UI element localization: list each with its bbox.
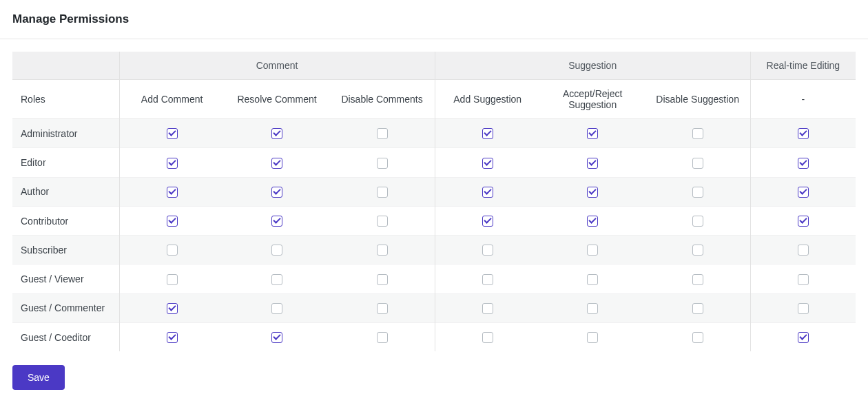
checkbox-add-comment[interactable] — [167, 187, 178, 198]
col-disable-suggestion: Disable Suggestion — [645, 80, 751, 119]
checkbox-disable-suggestion[interactable] — [692, 274, 703, 285]
checkbox-add-comment[interactable] — [167, 332, 178, 343]
checkbox-accept-reject-suggestion[interactable] — [587, 332, 598, 343]
checkbox-realtime-editing[interactable] — [798, 274, 809, 285]
checkbox-accept-reject-suggestion[interactable] — [587, 128, 598, 139]
perm-cell-disable-suggestion — [645, 148, 751, 177]
checkbox-realtime-editing[interactable] — [798, 332, 809, 343]
checkbox-add-comment[interactable] — [167, 158, 178, 169]
checkbox-add-suggestion[interactable] — [482, 187, 493, 198]
checkbox-accept-reject-suggestion[interactable] — [587, 158, 598, 169]
perm-cell-disable-comments — [329, 177, 435, 206]
perm-cell-resolve-comment — [225, 206, 330, 235]
group-header-realtime: Real-time Editing — [750, 52, 856, 80]
checkbox-disable-comments[interactable] — [377, 128, 388, 139]
perm-cell-add-suggestion — [435, 236, 540, 265]
perm-cell-disable-suggestion — [645, 119, 751, 148]
perm-cell-disable-suggestion — [645, 206, 751, 235]
perm-cell-realtime-editing — [750, 236, 856, 265]
checkbox-disable-comments[interactable] — [377, 274, 388, 285]
checkbox-accept-reject-suggestion[interactable] — [587, 216, 598, 227]
checkbox-add-suggestion[interactable] — [482, 245, 493, 256]
checkbox-resolve-comment[interactable] — [271, 274, 282, 285]
table-row: Editor — [12, 148, 856, 177]
checkbox-resolve-comment[interactable] — [271, 303, 282, 314]
perm-cell-add-comment — [119, 236, 225, 265]
role-name-cell: Guest / Coeditor — [12, 323, 119, 352]
checkbox-add-suggestion[interactable] — [482, 216, 493, 227]
perm-cell-add-suggestion — [435, 265, 540, 293]
perm-cell-disable-suggestion — [645, 265, 751, 293]
perm-cell-disable-comments — [329, 323, 435, 352]
checkbox-resolve-comment[interactable] — [271, 332, 282, 343]
checkbox-add-suggestion[interactable] — [482, 274, 493, 285]
checkbox-accept-reject-suggestion[interactable] — [587, 303, 598, 314]
table-row: Guest / Commenter — [12, 293, 856, 322]
checkbox-disable-comments[interactable] — [377, 187, 388, 198]
checkbox-realtime-editing[interactable] — [798, 128, 809, 139]
role-name-cell: Administrator — [12, 119, 119, 148]
checkbox-accept-reject-suggestion[interactable] — [587, 274, 598, 285]
checkbox-add-comment[interactable] — [167, 245, 178, 256]
checkbox-resolve-comment[interactable] — [271, 245, 282, 256]
perm-cell-accept-reject-suggestion — [540, 293, 645, 322]
perm-cell-add-comment — [119, 293, 225, 322]
checkbox-add-comment[interactable] — [167, 303, 178, 314]
checkbox-realtime-editing[interactable] — [798, 245, 809, 256]
checkbox-resolve-comment[interactable] — [271, 128, 282, 139]
perm-cell-add-comment — [119, 148, 225, 177]
perm-cell-realtime-editing — [750, 206, 856, 235]
checkbox-accept-reject-suggestion[interactable] — [587, 187, 598, 198]
permissions-table-wrap: Comment Suggestion Real-time Editing Rol… — [0, 39, 868, 364]
checkbox-realtime-editing[interactable] — [798, 187, 809, 198]
perm-cell-resolve-comment — [225, 265, 330, 293]
group-header-comment: Comment — [119, 52, 435, 80]
column-header-row: Roles Add Comment Resolve Comment Disabl… — [12, 80, 856, 119]
checkbox-add-comment[interactable] — [167, 216, 178, 227]
checkbox-realtime-editing[interactable] — [798, 303, 809, 314]
perm-cell-resolve-comment — [225, 177, 330, 206]
perm-cell-realtime-editing — [750, 265, 856, 293]
checkbox-disable-suggestion[interactable] — [692, 128, 703, 139]
perm-cell-resolve-comment — [225, 293, 330, 322]
perm-cell-disable-comments — [329, 206, 435, 235]
checkbox-disable-comments[interactable] — [377, 303, 388, 314]
perm-cell-disable-suggestion — [645, 177, 751, 206]
checkbox-add-suggestion[interactable] — [482, 128, 493, 139]
checkbox-disable-suggestion[interactable] — [692, 216, 703, 227]
checkbox-disable-comments[interactable] — [377, 216, 388, 227]
checkbox-disable-comments[interactable] — [377, 158, 388, 169]
checkbox-disable-comments[interactable] — [377, 245, 388, 256]
checkbox-add-suggestion[interactable] — [482, 303, 493, 314]
perm-cell-accept-reject-suggestion — [540, 236, 645, 265]
checkbox-disable-suggestion[interactable] — [692, 245, 703, 256]
checkbox-resolve-comment[interactable] — [271, 216, 282, 227]
checkbox-resolve-comment[interactable] — [271, 158, 282, 169]
checkbox-add-comment[interactable] — [167, 274, 178, 285]
role-name-cell: Author — [12, 177, 119, 206]
checkbox-disable-suggestion[interactable] — [692, 332, 703, 343]
checkbox-add-suggestion[interactable] — [482, 332, 493, 343]
perm-cell-add-comment — [119, 206, 225, 235]
col-roles: Roles — [12, 80, 119, 119]
checkbox-add-suggestion[interactable] — [482, 158, 493, 169]
col-disable-comments: Disable Comments — [329, 80, 435, 119]
checkbox-realtime-editing[interactable] — [798, 216, 809, 227]
perm-cell-disable-comments — [329, 236, 435, 265]
perm-cell-disable-comments — [329, 293, 435, 322]
group-header-blank — [12, 52, 119, 80]
checkbox-disable-comments[interactable] — [377, 332, 388, 343]
perm-cell-disable-suggestion — [645, 323, 751, 352]
checkbox-add-comment[interactable] — [167, 128, 178, 139]
checkbox-realtime-editing[interactable] — [798, 158, 809, 169]
checkbox-disable-suggestion[interactable] — [692, 187, 703, 198]
checkbox-resolve-comment[interactable] — [271, 187, 282, 198]
perm-cell-resolve-comment — [225, 148, 330, 177]
perm-cell-resolve-comment — [225, 119, 330, 148]
perm-cell-disable-suggestion — [645, 293, 751, 322]
checkbox-accept-reject-suggestion[interactable] — [587, 245, 598, 256]
table-row: Guest / Viewer — [12, 265, 856, 293]
checkbox-disable-suggestion[interactable] — [692, 303, 703, 314]
checkbox-disable-suggestion[interactable] — [692, 158, 703, 169]
save-button[interactable]: Save — [12, 365, 65, 390]
